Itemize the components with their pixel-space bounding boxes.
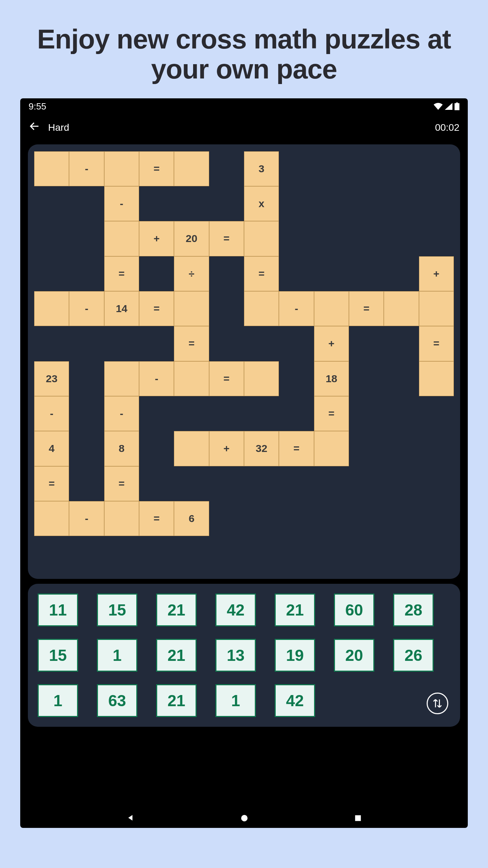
grid-cell[interactable]: -	[69, 501, 104, 536]
grid-cell[interactable]	[34, 151, 69, 186]
number-tile[interactable]: 26	[393, 639, 434, 672]
number-tile[interactable]: 21	[156, 684, 197, 717]
grid-cell[interactable]: -	[69, 151, 104, 186]
number-tile[interactable]: 42	[215, 594, 256, 626]
grid-cell[interactable]	[174, 291, 209, 326]
grid-cell[interactable]	[314, 431, 349, 466]
grid-cell[interactable]	[104, 501, 139, 536]
number-tile[interactable]: 42	[275, 684, 315, 717]
number-tile[interactable]: 21	[156, 594, 197, 626]
number-tile[interactable]: 21	[275, 594, 315, 626]
grid-cell[interactable]: ÷	[174, 256, 209, 291]
grid-cell[interactable]: 3	[244, 151, 279, 186]
grid-cell[interactable]: =	[209, 221, 244, 256]
svg-rect-1	[456, 103, 458, 104]
number-tile[interactable]: 11	[38, 594, 78, 626]
number-tile[interactable]: 13	[215, 639, 256, 672]
grid-cell[interactable]: x	[244, 186, 279, 221]
number-tile[interactable]: 1	[97, 639, 137, 672]
svg-rect-3	[355, 815, 361, 821]
grid-cell[interactable]: =	[314, 396, 349, 431]
grid-cell[interactable]	[314, 291, 349, 326]
grid-cell[interactable]	[104, 221, 139, 256]
tiles-row: 16321142	[38, 684, 450, 717]
grid-cell[interactable]: =	[139, 151, 174, 186]
grid-cell[interactable]: 18	[314, 361, 349, 396]
grid-cell[interactable]: =	[104, 466, 139, 501]
number-tile[interactable]: 20	[334, 639, 374, 672]
nav-home-icon[interactable]	[241, 813, 248, 824]
number-tile[interactable]: 19	[275, 639, 315, 672]
grid-cell[interactable]	[419, 291, 454, 326]
grid-cell[interactable]: -	[139, 361, 174, 396]
grid-cell[interactable]: 8	[104, 431, 139, 466]
grid-cell[interactable]: =	[279, 431, 314, 466]
top-bar: Hard 00:02	[20, 113, 468, 142]
grid-cell[interactable]: 14	[104, 291, 139, 326]
headline: Enjoy new cross math puzzles at your own…	[0, 0, 488, 98]
grid-cell[interactable]: +	[314, 326, 349, 361]
number-tile[interactable]: 1	[38, 684, 78, 717]
grid-cell[interactable]: 20	[174, 221, 209, 256]
grid-cell[interactable]	[104, 361, 139, 396]
battery-icon	[455, 103, 459, 110]
tiles-row: 1512113192026	[38, 639, 450, 672]
system-nav-bar	[20, 813, 468, 824]
grid-cell[interactable]: +	[419, 256, 454, 291]
swap-button[interactable]	[427, 693, 448, 714]
grid-cell[interactable]	[244, 361, 279, 396]
grid-cell[interactable]	[384, 291, 419, 326]
number-tile[interactable]: 15	[38, 639, 78, 672]
grid-cell[interactable]: =	[139, 501, 174, 536]
tiles-panel: 11152142216028151211319202616321142	[28, 584, 460, 727]
grid-cell[interactable]	[174, 361, 209, 396]
grid-cell[interactable]	[174, 151, 209, 186]
grid-cell[interactable]	[419, 361, 454, 396]
grid-cell[interactable]	[244, 291, 279, 326]
grid-cell[interactable]: 6	[174, 501, 209, 536]
puzzle-board: -=3-x+20==÷=+-14=-==+=23-=18--=48+32===-…	[28, 144, 460, 579]
number-tile[interactable]: 21	[156, 639, 197, 672]
number-tile[interactable]: 15	[97, 594, 137, 626]
phone-frame: 9:55 Hard 00:02 -=3-x+20==÷=+-14=-==+=23…	[20, 98, 468, 828]
grid-cell[interactable]: =	[244, 256, 279, 291]
status-icons	[434, 103, 459, 110]
wifi-icon	[434, 103, 443, 110]
grid-cell[interactable]: =	[139, 291, 174, 326]
grid-cell[interactable]: =	[174, 326, 209, 361]
grid-cell[interactable]: -	[104, 186, 139, 221]
nav-recent-icon[interactable]	[354, 813, 362, 824]
grid: -=3-x+20==÷=+-14=-==+=23-=18--=48+32===-…	[34, 151, 454, 571]
number-tile[interactable]: 28	[393, 594, 434, 626]
status-bar: 9:55	[20, 98, 468, 113]
grid-cell[interactable]: -	[279, 291, 314, 326]
grid-cell[interactable]: 23	[34, 361, 69, 396]
grid-cell[interactable]: +	[139, 221, 174, 256]
grid-cell[interactable]	[34, 291, 69, 326]
grid-cell[interactable]	[34, 501, 69, 536]
status-time: 9:55	[29, 101, 46, 112]
back-arrow-icon[interactable]	[29, 120, 40, 135]
grid-cell[interactable]: +	[209, 431, 244, 466]
number-tile[interactable]: 60	[334, 594, 374, 626]
grid-cell[interactable]: =	[349, 291, 384, 326]
svg-rect-0	[455, 103, 459, 110]
number-tile[interactable]: 1	[215, 684, 256, 717]
number-tile[interactable]: 63	[97, 684, 137, 717]
grid-cell[interactable]: -	[34, 396, 69, 431]
signal-icon	[445, 103, 452, 110]
grid-cell[interactable]	[244, 221, 279, 256]
grid-cell[interactable]: =	[419, 326, 454, 361]
grid-cell[interactable]	[104, 151, 139, 186]
grid-cell[interactable]: 32	[244, 431, 279, 466]
grid-cell[interactable]: =	[34, 466, 69, 501]
grid-cell[interactable]: =	[104, 256, 139, 291]
grid-cell[interactable]: 4	[34, 431, 69, 466]
grid-cell[interactable]: -	[104, 396, 139, 431]
grid-cell[interactable]: -	[69, 291, 104, 326]
grid-cell[interactable]	[174, 431, 209, 466]
tiles-row: 11152142216028	[38, 594, 450, 626]
grid-cell[interactable]: =	[209, 361, 244, 396]
nav-back-icon[interactable]	[126, 813, 135, 824]
svg-point-2	[241, 815, 247, 821]
